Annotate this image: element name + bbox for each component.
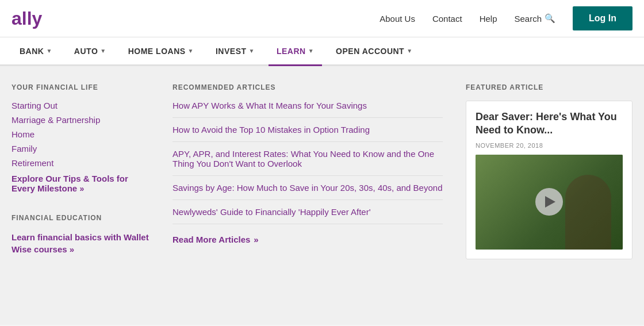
financial-education-label: FINANCIAL EDUCATION (12, 214, 150, 222)
article-link-2[interactable]: APY, APR, and Interest Rates: What You N… (172, 142, 443, 176)
article-link-0[interactable]: How APY Works & What It Means for Your S… (172, 101, 443, 118)
search-area[interactable]: Search 🔍 (514, 13, 555, 24)
wallet-wise-link[interactable]: Learn financial basics with Wallet Wise … (12, 231, 150, 255)
right-column: FEATURED ARTICLE Dear Saver: Here's What… (466, 83, 632, 308)
top-bar: ally About Us Contact Help Search 🔍 Log … (0, 0, 644, 37)
chevron-down-icon: ▼ (308, 48, 314, 54)
login-button[interactable]: Log In (573, 6, 632, 30)
article-link-3[interactable]: Savings by Age: How Much to Save in Your… (172, 176, 443, 200)
chevron-down-icon: ▼ (407, 48, 412, 54)
play-icon (545, 196, 555, 208)
featured-card: Dear Saver: Here's What You Need to Know… (466, 101, 632, 259)
financial-education-section: FINANCIAL EDUCATION Learn financial basi… (12, 214, 150, 255)
search-icon: 🔍 (545, 13, 555, 24)
explore-tips-link[interactable]: Explore Our Tips & Tools for Every Miles… (12, 174, 150, 193)
main-nav: BANK ▼ AUTO ▼ HOME LOANS ▼ INVEST ▼ LEAR… (0, 37, 644, 66)
article-list: How APY Works & What It Means for Your S… (172, 101, 443, 224)
read-more-link[interactable]: Read More Articles » (172, 235, 443, 244)
featured-title: Dear Saver: Here's What You Need to Know… (476, 110, 623, 137)
contact-link[interactable]: Contact (432, 14, 462, 24)
about-link[interactable]: About Us (379, 14, 415, 24)
article-link-4[interactable]: Newlyweds' Guide to Financially 'Happily… (172, 200, 443, 224)
logo: ally (12, 8, 42, 29)
nav-bank[interactable]: BANK ▼ (12, 37, 60, 66)
middle-column: RECOMMENDED ARTICLES How APY Works & Wha… (161, 83, 454, 308)
featured-article-label: FEATURED ARTICLE (466, 83, 632, 91)
chevron-down-icon: ▼ (46, 48, 52, 54)
starting-out-link[interactable]: Starting Out (12, 101, 150, 110)
recommended-articles-label: RECOMMENDED ARTICLES (172, 83, 443, 91)
retirement-link[interactable]: Retirement (12, 158, 150, 168)
your-financial-life-label: YOUR FINANCIAL LIFE (12, 83, 150, 91)
nav-invest[interactable]: INVEST ▼ (208, 37, 263, 66)
double-arrow-icon: » (79, 184, 84, 193)
chevron-down-icon: ▼ (249, 48, 255, 54)
nav-learn[interactable]: LEARN ▼ (269, 37, 322, 66)
featured-date: NOVEMBER 20, 2018 (476, 142, 623, 149)
search-label: Search (514, 14, 542, 24)
nav-open-account[interactable]: OPEN ACCOUNT ▼ (328, 37, 420, 66)
marriage-link[interactable]: Marriage & Partnership (12, 115, 150, 125)
double-arrow-icon: » (254, 235, 258, 244)
play-button[interactable] (535, 188, 563, 216)
chevron-down-icon: ▼ (188, 48, 194, 54)
top-nav: About Us Contact Help Search 🔍 Log In (379, 6, 632, 30)
family-link[interactable]: Family (12, 144, 150, 154)
left-column: YOUR FINANCIAL LIFE Starting Out Marriag… (12, 83, 150, 308)
article-link-1[interactable]: How to Avoid the Top 10 Mistakes in Opti… (172, 118, 443, 142)
chevron-down-icon: ▼ (100, 48, 106, 54)
learn-dropdown: YOUR FINANCIAL LIFE Starting Out Marriag… (0, 66, 644, 325)
home-link[interactable]: Home (12, 129, 150, 139)
help-link[interactable]: Help (480, 14, 497, 24)
video-thumbnail[interactable] (476, 155, 623, 250)
nav-auto[interactable]: AUTO ▼ (66, 37, 114, 66)
woman-figure (565, 175, 611, 250)
nav-home-loans[interactable]: HOME LOANS ▼ (120, 37, 202, 66)
double-arrow-icon: » (70, 244, 74, 254)
